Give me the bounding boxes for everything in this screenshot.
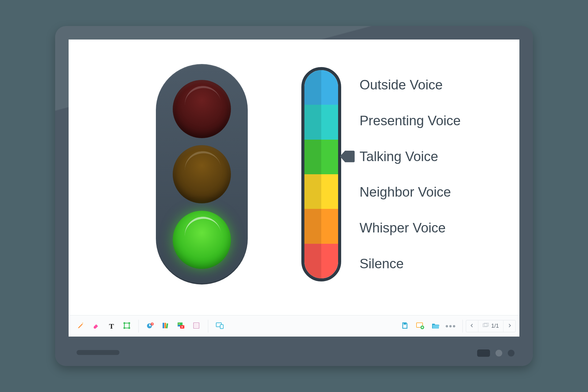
save-button[interactable] [399, 321, 410, 332]
shape-icon [123, 322, 131, 330]
whiteboard-canvas[interactable]: Outside Voice Presenting Voice Talking V… [69, 40, 519, 315]
voice-segment-silence[interactable] [304, 244, 338, 278]
voice-label-whisper: Whisper Voice [360, 210, 461, 246]
voice-label-text: Whisper Voice [360, 220, 446, 236]
svg-rect-19 [404, 323, 406, 325]
svg-point-3 [123, 327, 125, 329]
eraser-tool[interactable] [91, 321, 102, 332]
traffic-light-green[interactable] [173, 211, 231, 269]
text-icon: T [109, 322, 114, 330]
svg-point-4 [128, 327, 130, 329]
shape-tool[interactable] [121, 321, 132, 332]
save-icon [401, 322, 409, 330]
media-tool[interactable] [175, 321, 187, 332]
open-button[interactable] [430, 321, 441, 332]
voice-label-text: Silence [360, 256, 404, 271]
power-button-icon [477, 349, 490, 357]
more-button[interactable]: ••• [445, 321, 456, 332]
svg-point-2 [128, 322, 130, 324]
voice-segment-whisper[interactable] [304, 209, 338, 243]
add-slide-icon [416, 322, 424, 330]
voice-segment-presenting[interactable] [304, 105, 338, 139]
books-icon [162, 322, 170, 330]
page-count-label: 1/1 [491, 323, 499, 329]
pencil-icon [77, 322, 85, 330]
page-indicator[interactable]: 1/1 [478, 323, 503, 329]
toolbar-group-widgets [142, 319, 205, 334]
next-page-button[interactable] [503, 320, 515, 332]
traffic-light-red[interactable] [173, 80, 231, 138]
indicator-led-icon [508, 350, 514, 356]
voice-label-text: Talking Voice [360, 149, 438, 164]
svg-rect-8 [164, 323, 166, 328]
traffic-light-amber[interactable] [173, 145, 231, 203]
media-icon [177, 322, 185, 330]
background-tool[interactable] [191, 321, 202, 332]
slides-icon [483, 323, 489, 329]
voice-segment-neighbor[interactable] [304, 174, 338, 209]
voice-label-presenting: Presenting Voice [360, 103, 461, 139]
voice-segment-talking[interactable] [304, 140, 338, 174]
svg-rect-7 [163, 323, 164, 328]
traffic-light[interactable] [156, 64, 248, 285]
devices-tool[interactable] [214, 321, 225, 332]
eraser-icon [92, 322, 100, 330]
indicator-led-icon [496, 350, 502, 356]
voice-label-neighbor: Neighbor Voice [360, 174, 461, 210]
toolbar-group-share [211, 319, 228, 334]
voice-pointer-icon[interactable] [340, 151, 355, 162]
timer-icon [146, 322, 154, 330]
voice-meter: Outside Voice Presenting Voice Talking V… [301, 67, 461, 281]
voice-label-silence: Silence [360, 246, 461, 281]
device-frame: Outside Voice Presenting Voice Talking V… [55, 26, 533, 366]
voice-label-text: Outside Voice [360, 77, 443, 92]
more-icon: ••• [445, 325, 456, 328]
voice-label-talking: Talking Voice [360, 138, 461, 174]
toolbar-separator [138, 320, 139, 333]
lined-page-icon [193, 322, 200, 330]
timer-tool[interactable] [145, 321, 156, 332]
devices-icon [216, 322, 224, 330]
library-tool[interactable] [160, 321, 171, 332]
new-slide-button[interactable] [415, 321, 426, 332]
voice-label-text: Neighbor Voice [360, 184, 451, 200]
voice-label-text: Presenting Voice [360, 113, 461, 128]
toolbar: T [69, 315, 519, 337]
folder-icon [432, 322, 439, 330]
page-navigator: 1/1 [466, 320, 516, 332]
toolbar-separator [208, 320, 208, 333]
svg-rect-0 [124, 323, 129, 328]
voice-meter-bar[interactable] [301, 67, 341, 281]
chevron-left-icon [469, 323, 474, 329]
toolbar-separator [462, 320, 463, 333]
prev-page-button[interactable] [466, 320, 478, 332]
text-tool[interactable]: T [106, 321, 117, 332]
chevron-right-icon [507, 323, 512, 329]
voice-segment-outside[interactable] [304, 70, 338, 105]
toolbar-group-file: ••• [396, 319, 459, 334]
pen-tool[interactable] [75, 321, 86, 332]
voice-label-outside: Outside Voice [360, 67, 461, 103]
svg-rect-9 [166, 323, 168, 329]
screen: Outside Voice Presenting Voice Talking V… [69, 40, 519, 337]
toolbar-group-draw: T [72, 319, 135, 334]
hardware-buttons [477, 349, 514, 357]
voice-labels: Outside Voice Presenting Voice Talking V… [360, 67, 461, 281]
svg-rect-18 [220, 325, 223, 329]
svg-point-1 [123, 322, 125, 324]
